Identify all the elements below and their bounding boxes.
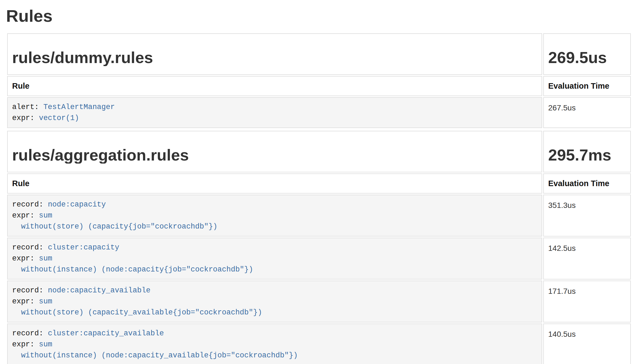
evaluation-time-cell: 140.5us bbox=[543, 324, 631, 364]
rule-code-line: expr: sum bbox=[12, 253, 537, 264]
evaluation-time-column-header: Evaluation Time bbox=[543, 76, 631, 96]
code-expression-link[interactable]: node:capacity bbox=[48, 200, 106, 209]
code-expression-link[interactable]: sum bbox=[39, 254, 52, 263]
group-file-name: rules/dummy.rules bbox=[12, 49, 537, 66]
rule-cell: record: node:capacity expr: sum without(… bbox=[7, 195, 542, 237]
group-eval-cell: 269.5us bbox=[543, 33, 631, 75]
rule-cell: record: node:capacity_available expr: su… bbox=[7, 281, 542, 322]
rule-code-line: expr: sum bbox=[12, 339, 537, 350]
rule-row: record: cluster:capacity expr: sum witho… bbox=[7, 238, 631, 279]
evaluation-time-column-header: Evaluation Time bbox=[543, 173, 631, 194]
page-title: Rules bbox=[6, 6, 632, 26]
code-expression-link[interactable]: cluster:capacity_available bbox=[48, 329, 164, 338]
rule-group-table: rules/aggregation.rules 295.7ms Rule Eva… bbox=[6, 130, 632, 364]
rule-code-line: record: node:capacity bbox=[12, 199, 537, 210]
code-key: record: bbox=[12, 329, 48, 338]
rule-group-table: rules/dummy.rules 269.5us Rule Evaluatio… bbox=[6, 32, 632, 129]
rule-code-line: record: cluster:capacity_available bbox=[12, 328, 537, 339]
rule-code-line: without(store) (capacity{job="cockroachd… bbox=[12, 221, 537, 232]
rule-cell: record: cluster:capacity_available expr:… bbox=[7, 324, 542, 364]
rule-code-line: without(instance) (node:capacity{job="co… bbox=[12, 264, 537, 275]
rule-code-line: expr: vector(1) bbox=[12, 113, 537, 124]
code-key: expr: bbox=[12, 297, 39, 306]
rule-code-line: expr: sum bbox=[12, 210, 537, 221]
code-key: expr: bbox=[12, 114, 39, 122]
code-key: expr: bbox=[12, 254, 39, 263]
group-evaluation-time: 295.7ms bbox=[548, 147, 626, 164]
rule-code-line: without(instance) (node:capacity_availab… bbox=[12, 350, 537, 361]
code-key: record: bbox=[12, 286, 48, 295]
code-key: record: bbox=[12, 200, 48, 209]
rule-code-line: without(store) (capacity_available{job="… bbox=[12, 307, 537, 318]
column-header-row: Rule Evaluation Time bbox=[7, 76, 631, 96]
code-key: alert: bbox=[12, 103, 43, 111]
code-key: record: bbox=[12, 243, 48, 252]
code-expression-link[interactable]: vector(1) bbox=[39, 114, 79, 122]
column-header-row: Rule Evaluation Time bbox=[7, 173, 631, 194]
code-expression-link[interactable]: without(instance) (node:capacity_availab… bbox=[12, 351, 298, 360]
group-header-cell: rules/aggregation.rules bbox=[7, 131, 542, 172]
group-evaluation-time: 269.5us bbox=[548, 49, 626, 66]
rule-row: record: node:capacity_available expr: su… bbox=[7, 281, 631, 322]
rule-code-line: alert: TestAlertManager bbox=[12, 102, 537, 113]
rule-code-line: record: node:capacity_available bbox=[12, 285, 537, 296]
group-header-cell: rules/dummy.rules bbox=[7, 33, 542, 75]
rule-code-line: expr: sum bbox=[12, 296, 537, 307]
code-expression-link[interactable]: without(store) (capacity_available{job="… bbox=[12, 308, 262, 317]
group-file-name: rules/aggregation.rules bbox=[12, 147, 537, 164]
code-expression-link[interactable]: TestAlertManager bbox=[43, 103, 115, 111]
rule-row: record: node:capacity expr: sum without(… bbox=[7, 195, 631, 237]
code-expression-link[interactable]: sum bbox=[39, 340, 52, 349]
rule-cell: record: cluster:capacity expr: sum witho… bbox=[7, 238, 542, 279]
rule-row: record: cluster:capacity_available expr:… bbox=[7, 324, 631, 364]
evaluation-time-cell: 142.5us bbox=[543, 238, 631, 279]
code-expression-link[interactable]: sum bbox=[39, 211, 52, 220]
code-key: expr: bbox=[12, 211, 39, 220]
rules-page: { "page": { "title": "Rules" }, "table":… bbox=[0, 0, 638, 364]
code-expression-link[interactable]: without(store) (capacity{job="cockroachd… bbox=[12, 222, 217, 231]
rule-row: alert: TestAlertManager expr: vector(1) … bbox=[7, 97, 631, 128]
rule-code-line: record: cluster:capacity bbox=[12, 242, 537, 253]
rule-column-header: Rule bbox=[7, 76, 542, 96]
code-expression-link[interactable]: without(instance) (node:capacity{job="co… bbox=[12, 265, 253, 274]
group-header-row: rules/dummy.rules 269.5us bbox=[7, 33, 631, 75]
rule-column-header: Rule bbox=[7, 173, 542, 194]
evaluation-time-cell: 171.7us bbox=[543, 281, 631, 322]
code-expression-link[interactable]: cluster:capacity bbox=[48, 243, 119, 252]
code-expression-link[interactable]: sum bbox=[39, 297, 52, 306]
code-expression-link[interactable]: node:capacity_available bbox=[48, 286, 151, 295]
code-key: expr: bbox=[12, 340, 39, 349]
evaluation-time-cell: 267.5us bbox=[543, 97, 631, 128]
rule-cell: alert: TestAlertManager expr: vector(1) bbox=[7, 97, 542, 128]
group-eval-cell: 295.7ms bbox=[543, 131, 631, 172]
evaluation-time-cell: 351.3us bbox=[543, 195, 631, 237]
group-header-row: rules/aggregation.rules 295.7ms bbox=[7, 131, 631, 172]
